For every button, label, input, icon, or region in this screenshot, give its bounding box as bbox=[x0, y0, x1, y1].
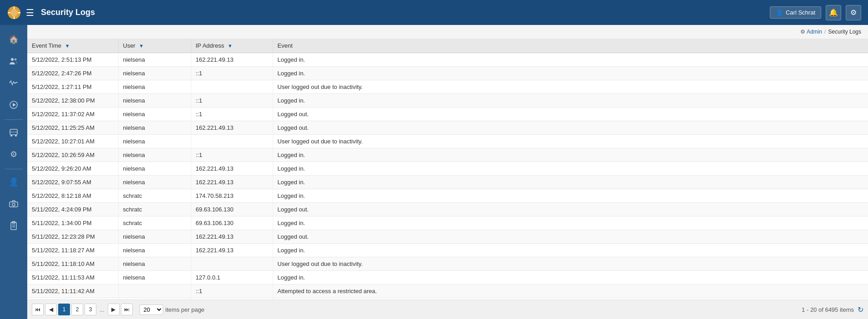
cell-user: nielsena bbox=[118, 80, 191, 94]
table-row: 5/11/2022, 11:11:53 AMnielsena127.0.0.1L… bbox=[27, 271, 868, 285]
cell-ip_address bbox=[191, 135, 273, 148]
sidebar-home[interactable]: 🏠 bbox=[2, 29, 25, 49]
filter-event-time-icon[interactable]: ▼ bbox=[65, 43, 70, 49]
cell-ip_address: 162.221.49.13 bbox=[191, 230, 273, 244]
cell-event_time: 5/12/2022, 10:27:01 AM bbox=[27, 135, 118, 148]
cell-user: nielsena bbox=[118, 94, 191, 108]
table-row: 5/12/2022, 9:07:55 AMnielsena162.221.49.… bbox=[27, 176, 868, 189]
cell-event: Logged out. bbox=[273, 203, 868, 216]
sidebar-users[interactable] bbox=[2, 51, 25, 71]
svg-point-17 bbox=[12, 203, 15, 206]
cell-user: nielsena bbox=[118, 271, 191, 285]
first-page-button[interactable]: ⏮ bbox=[32, 304, 44, 315]
cell-event: User logged out due to inactivity. bbox=[273, 257, 868, 271]
cell-event: Logged out. bbox=[273, 108, 868, 121]
cell-user bbox=[118, 285, 191, 298]
cell-event: Logged in. bbox=[273, 271, 868, 285]
cell-user: schratc bbox=[118, 203, 191, 216]
sidebar-activity[interactable] bbox=[2, 73, 25, 93]
table-row: 5/12/2022, 11:37:02 AMnielsena::1Logged … bbox=[27, 108, 868, 121]
prev-page-button[interactable]: ◀ bbox=[45, 304, 57, 315]
refresh-button[interactable]: ↻ bbox=[858, 305, 863, 314]
cell-event: Logged in. bbox=[273, 189, 868, 203]
total-items-label: 1 - 20 of 6495 items bbox=[802, 306, 854, 313]
col-event[interactable]: Event bbox=[273, 39, 868, 53]
svg-marker-9 bbox=[13, 103, 16, 107]
table-row: 5/12/2022, 11:25:25 AMnielsena162.221.49… bbox=[27, 121, 868, 135]
filter-user-icon[interactable]: ▼ bbox=[139, 43, 144, 49]
cell-event: Logged in. bbox=[273, 67, 868, 80]
settings-button[interactable]: ⚙ bbox=[846, 5, 861, 20]
cell-event: User logged out due to inactivity. bbox=[273, 135, 868, 148]
cell-ip_address: 162.221.49.13 bbox=[191, 176, 273, 189]
hamburger-icon[interactable]: ☰ bbox=[26, 7, 34, 18]
cell-event_time: 5/11/2022, 12:23:28 PM bbox=[27, 230, 118, 244]
cell-ip_address: 69.63.106.130 bbox=[191, 216, 273, 230]
breadcrumb-gear-icon: ⚙ bbox=[800, 29, 805, 35]
svg-point-7 bbox=[15, 59, 17, 61]
cell-ip_address: ::1 bbox=[191, 108, 273, 121]
pagination-controls: ⏮ ◀ 1 2 3 ... ▶ ⏭ bbox=[32, 304, 133, 315]
cell-event: Logged in. bbox=[273, 216, 868, 230]
cell-event_time: 5/12/2022, 8:12:18 AM bbox=[27, 189, 118, 203]
sidebar-person[interactable]: 👤 bbox=[2, 172, 25, 192]
table-row: 5/12/2022, 12:38:00 PMnielsena::1Logged … bbox=[27, 94, 868, 108]
sidebar-clipboard[interactable] bbox=[2, 216, 25, 236]
svg-point-12 bbox=[10, 135, 12, 137]
app-title: Security Logs bbox=[41, 8, 770, 17]
table-row: 5/12/2022, 10:26:59 AMnielsena::1Logged … bbox=[27, 148, 868, 162]
last-page-button[interactable]: ⏭ bbox=[121, 304, 133, 315]
header-actions: 👤 Carl Schrat 🔔 ⚙ bbox=[770, 5, 861, 20]
svg-point-13 bbox=[15, 135, 17, 137]
col-ip-address[interactable]: IP Address ▼ bbox=[191, 39, 273, 53]
cell-ip_address: ::1 bbox=[191, 67, 273, 80]
user-menu-button[interactable]: 👤 Carl Schrat bbox=[770, 6, 821, 19]
cell-user: nielsena bbox=[118, 148, 191, 162]
table-body: 5/12/2022, 2:51:13 PMnielsena162.221.49.… bbox=[27, 53, 868, 300]
cell-event: Logged in. bbox=[273, 53, 868, 67]
table-row: 5/11/2022, 11:11:42 AM::1Attempted to ac… bbox=[27, 285, 868, 298]
cell-user: schratc bbox=[118, 189, 191, 203]
table-container[interactable]: Event Time ▼ User ▼ IP Address ▼ Event bbox=[27, 39, 868, 299]
per-page-dropdown[interactable]: 20 50 100 bbox=[140, 304, 163, 315]
table-row: 5/11/2022, 12:23:28 PMnielsena162.221.49… bbox=[27, 230, 868, 244]
cell-event: User logged out due to inactivity. bbox=[273, 80, 868, 94]
cell-event_time: 5/12/2022, 9:26:20 AM bbox=[27, 162, 118, 176]
svg-point-1 bbox=[10, 9, 18, 16]
notifications-button[interactable]: 🔔 bbox=[826, 5, 841, 20]
cell-event_time: 5/11/2022, 11:18:10 AM bbox=[27, 257, 118, 271]
cell-user: nielsena bbox=[118, 135, 191, 148]
cell-ip_address: 162.221.49.13 bbox=[191, 121, 273, 135]
sidebar-gear[interactable]: ⚙ bbox=[2, 144, 25, 164]
table-header-row: Event Time ▼ User ▼ IP Address ▼ Event bbox=[27, 39, 868, 53]
pagination-info: 1 - 20 of 6495 items ↻ bbox=[802, 305, 863, 314]
cell-user: nielsena bbox=[118, 230, 191, 244]
cell-user: nielsena bbox=[118, 121, 191, 135]
cell-user: nielsena bbox=[118, 67, 191, 80]
table-row: 5/11/2022, 11:18:10 AMnielsenaUser logge… bbox=[27, 257, 868, 271]
cell-user: nielsena bbox=[118, 176, 191, 189]
sidebar-play[interactable] bbox=[2, 95, 25, 115]
table-row: 5/11/2022, 4:24:09 PMschratc69.63.106.13… bbox=[27, 203, 868, 216]
table-row: 5/12/2022, 10:27:01 AMnielsenaUser logge… bbox=[27, 135, 868, 148]
cell-user: schratc bbox=[118, 216, 191, 230]
page-1-button[interactable]: 1 bbox=[58, 304, 70, 315]
page-3-button[interactable]: 3 bbox=[85, 304, 96, 315]
page-2-button[interactable]: 2 bbox=[71, 304, 83, 315]
main-layout: 🏠 bbox=[0, 25, 868, 319]
breadcrumb-admin[interactable]: Admin bbox=[807, 29, 822, 35]
col-user[interactable]: User ▼ bbox=[118, 39, 191, 53]
cell-event: Logged out. bbox=[273, 230, 868, 244]
cell-event: Attempted to access a restricted area. bbox=[273, 285, 868, 298]
cell-event: Logged in. bbox=[273, 176, 868, 189]
col-event-time[interactable]: Event Time ▼ bbox=[27, 39, 118, 53]
top-header: ☰ Security Logs 👤 Carl Schrat 🔔 ⚙ bbox=[0, 0, 868, 25]
filter-ip-icon[interactable]: ▼ bbox=[228, 43, 233, 49]
sidebar-camera[interactable] bbox=[2, 194, 25, 214]
cell-ip_address: ::1 bbox=[191, 94, 273, 108]
cell-event: Logged in. bbox=[273, 162, 868, 176]
sidebar: 🏠 bbox=[0, 25, 27, 319]
next-page-button[interactable]: ▶ bbox=[108, 304, 120, 315]
cell-user: nielsena bbox=[118, 162, 191, 176]
sidebar-bus[interactable] bbox=[2, 123, 25, 142]
